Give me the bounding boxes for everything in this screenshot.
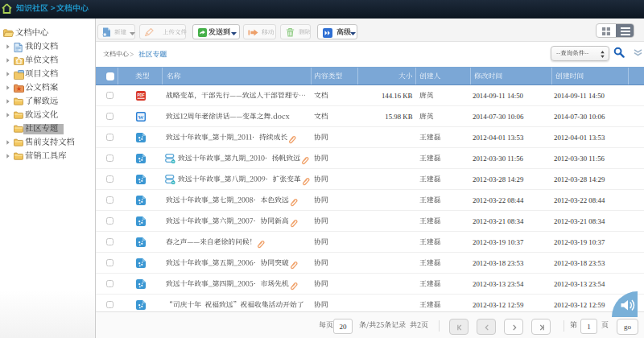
svg-text:PDF: PDF [137,93,144,97]
svg-text:W: W [138,114,144,121]
